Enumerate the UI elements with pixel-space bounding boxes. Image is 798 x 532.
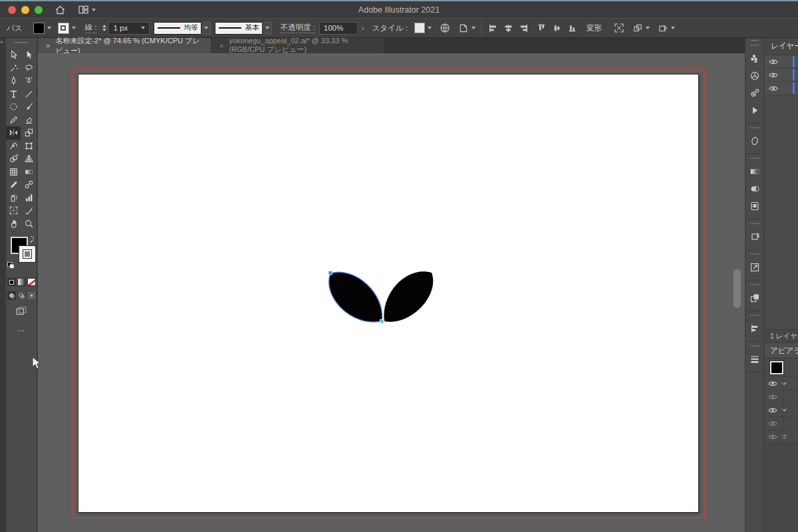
edit-toolbar-button[interactable]: … (6, 325, 37, 332)
zoom-tool[interactable] (21, 217, 36, 231)
symbol-sprayer-tool[interactable] (6, 192, 21, 205)
magic-wand-tool[interactable] (6, 62, 21, 75)
opacity-field[interactable]: 100% (319, 22, 358, 35)
shaper-tool[interactable] (6, 100, 21, 114)
gradient-button[interactable] (17, 278, 26, 286)
none-button[interactable] (27, 278, 36, 286)
symbols-icon[interactable] (745, 228, 763, 245)
close-window-button[interactable] (8, 6, 16, 14)
line-segment-tool[interactable] (21, 88, 36, 101)
libraries-icon[interactable] (745, 50, 763, 67)
draw-behind-mode[interactable] (17, 291, 26, 300)
align-top-icon[interactable] (537, 24, 547, 33)
layer-row[interactable] (765, 55, 798, 68)
type-tool[interactable] (6, 88, 21, 101)
visibility-eye-icon[interactable] (768, 394, 777, 400)
default-colors-icon[interactable] (7, 262, 15, 269)
direct-selection-tool[interactable] (21, 49, 36, 62)
appearance-row-opacity[interactable] (765, 430, 798, 444)
pencil-tool[interactable] (6, 114, 21, 127)
visibility-eye-icon[interactable] (768, 434, 777, 440)
visibility-eye-icon[interactable] (769, 85, 778, 92)
hand-tool[interactable] (6, 217, 21, 231)
align-center-horizontal-icon[interactable] (503, 24, 513, 33)
group-drag-handle[interactable] (750, 284, 759, 285)
align-bottom-icon[interactable] (567, 24, 577, 33)
align-center-vertical-icon[interactable] (552, 24, 562, 33)
stroke-weight-stepper[interactable] (102, 25, 106, 31)
appearance-row-fill[interactable] (765, 404, 798, 417)
visibility-eye-icon[interactable] (769, 59, 778, 65)
graphic-styles-icon[interactable] (745, 198, 763, 215)
document-setup-icon[interactable] (458, 23, 475, 33)
brush-dropdown[interactable]: 基本 (215, 22, 263, 35)
vertical-scrollbar-thumb[interactable] (733, 269, 741, 308)
home-icon[interactable] (55, 5, 66, 15)
visibility-eye-icon[interactable] (768, 380, 777, 387)
gears-icon[interactable] (745, 84, 763, 102)
visibility-eye-icon[interactable] (768, 407, 777, 414)
graph-tool[interactable] (21, 192, 36, 205)
draw-normal-mode[interactable] (7, 291, 16, 300)
style-chevron-icon[interactable] (428, 27, 432, 29)
screen-mode-button[interactable] (16, 307, 27, 315)
stroke-color-swatch[interactable] (58, 23, 69, 34)
free-transform-tool[interactable] (21, 140, 36, 153)
gradient-panel-icon[interactable] (745, 163, 763, 180)
minimize-window-button[interactable] (21, 6, 29, 14)
appearance-panel-tab[interactable]: アピアランス (765, 343, 798, 358)
stroke-weight-chevron-icon[interactable] (141, 27, 145, 29)
stroke-weight-field[interactable]: 1 px (108, 22, 150, 35)
align-left-icon[interactable] (488, 24, 498, 33)
canvas[interactable] (38, 53, 745, 532)
align-panel-icon[interactable] (745, 320, 763, 337)
fill-color-swatch[interactable] (33, 23, 45, 34)
appearance-thumbnail-row[interactable] (765, 358, 798, 377)
group-drag-handle[interactable] (750, 253, 759, 255)
o-panel-icon[interactable] (745, 132, 763, 150)
shape-builder-tool[interactable] (6, 152, 21, 166)
stroke-panel-icon[interactable] (745, 350, 763, 368)
opacity-label[interactable]: 不透明度 : (280, 23, 315, 33)
selection-tool[interactable] (6, 49, 21, 62)
pen-tool[interactable] (6, 74, 21, 88)
color-button[interactable] (7, 278, 16, 286)
workspace-switcher-icon[interactable] (78, 5, 96, 15)
scale-tool[interactable] (21, 126, 36, 140)
stroke-weight-label[interactable]: 線 : (85, 23, 97, 33)
perspective-grid-tool[interactable] (21, 152, 36, 166)
opacity-more-arrow[interactable]: › (362, 24, 364, 32)
document-tab-active[interactable]: × 名称未設定-2* @ 74.65 % (CMYK/CPU プレビュー) (38, 38, 211, 53)
artboard-tool[interactable] (6, 204, 21, 217)
expand-bounds-icon[interactable] (614, 23, 624, 33)
group-drag-handle[interactable] (750, 127, 759, 128)
brush-chevron-icon[interactable] (263, 22, 272, 35)
group-drag-handle[interactable] (750, 223, 759, 224)
lasso-tool[interactable] (21, 62, 36, 75)
fill-chevron-icon[interactable] (47, 27, 51, 29)
stroke-swatch[interactable] (19, 245, 36, 263)
layer-row[interactable] (765, 82, 798, 95)
transform-label[interactable]: 変形 (587, 23, 602, 33)
close-tab-icon[interactable]: × (219, 42, 223, 50)
maximize-window-button[interactable] (35, 6, 43, 14)
align-right-icon[interactable] (519, 24, 529, 33)
toolbar-drag-handle[interactable] (14, 42, 29, 43)
close-tab-icon[interactable]: × (46, 42, 50, 50)
eyedropper-tool[interactable] (6, 178, 21, 192)
eraser-tool[interactable] (21, 114, 36, 127)
group-drag-handle[interactable] (750, 315, 759, 316)
gradient-tool[interactable] (21, 166, 36, 179)
stroke-chevron-icon[interactable] (72, 27, 76, 29)
transparency-panel-icon[interactable] (745, 180, 763, 198)
visibility-eye-icon[interactable] (769, 72, 778, 78)
actions-play-icon[interactable] (745, 102, 763, 119)
visibility-eye-icon[interactable] (768, 420, 777, 427)
slice-tool[interactable] (21, 204, 36, 217)
collapse-toolbar-icon[interactable]: « (0, 39, 3, 45)
isolate-selection-icon[interactable] (658, 23, 675, 33)
width-profile-dropdown[interactable]: 均等 (154, 22, 201, 35)
width-tool[interactable] (6, 140, 21, 153)
group-drag-handle[interactable] (750, 158, 759, 159)
layer-row[interactable] (765, 68, 798, 82)
